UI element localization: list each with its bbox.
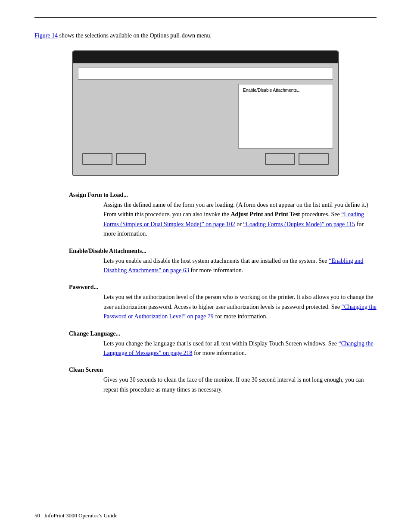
section-enable-disable-title: Enable/Disable Attachments... <box>69 248 377 255</box>
diagram-input-row <box>78 68 333 80</box>
diagram-btn-2 <box>116 153 146 165</box>
clean-screen-text: Gives you 30 seconds to clean the face o… <box>103 376 364 392</box>
section-change-language-body: Lets you change the language that is use… <box>103 339 377 358</box>
footer-page-number: 50 <box>34 512 40 519</box>
intro-text-after: shows the selections available on the Op… <box>58 32 212 39</box>
assign-form-link2[interactable]: “Loading Forms (Duplex Mode)” on page 11… <box>243 221 355 227</box>
diagram-menu-item: Enable/Disable Attachments... <box>241 87 330 93</box>
diagram-button-group-right <box>265 153 329 165</box>
section-password-body: Lets you set the authorization level of … <box>103 292 377 321</box>
intro-paragraph: Figure 14 shows the selections available… <box>34 31 377 40</box>
footer-document-title: InfoPrint 3000 Operator’s Guide <box>44 512 118 519</box>
diagram-btn-4 <box>299 153 329 165</box>
diagram-titlebar <box>73 51 338 63</box>
change-language-text1: Lets you change the language that is use… <box>103 340 338 347</box>
footer: 50 InfoPrint 3000 Operator’s Guide <box>34 512 118 519</box>
section-enable-disable-body: Lets you enable and disable the host sys… <box>103 256 377 276</box>
assign-form-text2: and <box>263 211 275 218</box>
options-menu-diagram: Enable/Disable Attachments... <box>72 50 339 176</box>
figure-link[interactable]: Figure 14 <box>34 32 58 39</box>
section-clean-screen-title: Clean Screen <box>69 367 377 373</box>
section-clean-screen: Clean Screen Gives you 30 seconds to cle… <box>34 367 377 395</box>
section-change-language-title: Change Language... <box>69 330 377 337</box>
password-text2: for more information. <box>214 313 268 320</box>
diagram-button-group-left <box>82 153 146 165</box>
assign-form-bold1: Adjust Print <box>231 211 263 218</box>
diagram-btn-3 <box>265 153 295 165</box>
assign-form-bold2: Print Test <box>275 211 300 218</box>
assign-form-text4: or <box>235 221 243 227</box>
section-assign-form-title: Assign Form to Load... <box>69 192 377 199</box>
enable-disable-text2: for more information. <box>189 267 243 274</box>
diagram-body: Enable/Disable Attachments... <box>73 63 338 175</box>
enable-disable-text1: Lets you enable and disable the host sys… <box>103 258 329 264</box>
diagram-bottom-row <box>78 153 333 165</box>
section-enable-disable: Enable/Disable Attachments... Lets you e… <box>34 248 377 276</box>
section-password: Password... Lets you set the authorizati… <box>34 284 377 321</box>
diagram-right-panel: Enable/Disable Attachments... <box>238 84 333 149</box>
section-assign-form-body: Assigns the defined name of the form you… <box>103 200 377 239</box>
section-assign-form: Assign Form to Load... Assigns the defin… <box>34 192 377 239</box>
section-clean-screen-body: Gives you 30 seconds to clean the face o… <box>103 375 377 395</box>
diagram-left-panel <box>78 84 234 149</box>
password-text1: Lets you set the authorization level of … <box>103 294 373 310</box>
diagram-btn-1 <box>82 153 112 165</box>
assign-form-text3: procedures. See <box>300 211 342 218</box>
section-password-title: Password... <box>69 284 377 291</box>
change-language-text2: for more information. <box>192 350 246 356</box>
top-rule <box>34 17 377 18</box>
diagram-content-area: Enable/Disable Attachments... <box>78 84 333 149</box>
section-change-language: Change Language... Lets you change the l… <box>34 330 377 358</box>
